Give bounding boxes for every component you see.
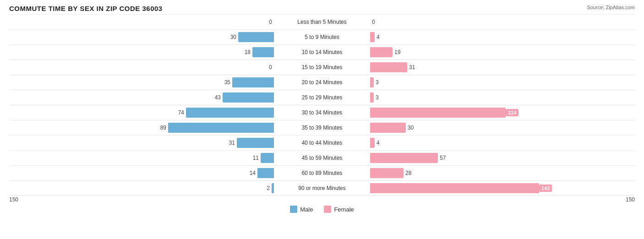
male-bar — [232, 77, 274, 87]
axis-label-right: 150 — [626, 196, 635, 203]
male-bar — [238, 32, 274, 42]
legend-female: Female — [324, 206, 354, 213]
table-row: 0 15 to 19 Minutes 31 — [9, 60, 635, 75]
left-side: 31 — [9, 136, 274, 150]
female-bar — [370, 47, 393, 57]
female-value: 3 — [376, 79, 388, 86]
male-value: 18 — [238, 49, 251, 55]
left-side: 11 — [9, 151, 274, 165]
right-side: 4 — [370, 30, 635, 44]
female-value: 28 — [405, 170, 418, 176]
male-value: 11 — [246, 155, 259, 161]
left-side: 0 — [9, 60, 274, 75]
male-swatch — [290, 206, 297, 213]
table-row: 14 60 to 89 Minutes 28 — [9, 165, 635, 180]
female-bar — [370, 168, 404, 178]
table-row: 74 30 to 34 Minutes 114 — [9, 105, 635, 120]
axis-label-left: 150 — [9, 196, 18, 203]
row-label: 40 to 44 Minutes — [274, 140, 370, 146]
female-bar — [370, 92, 374, 103]
male-value: 14 — [243, 170, 256, 176]
female-bar — [370, 183, 539, 193]
source-text: Source: ZipAtlas.com — [587, 5, 635, 10]
table-row: 11 45 to 59 Minutes 57 — [9, 150, 635, 165]
right-side: 57 — [370, 151, 635, 165]
right-side: 28 — [370, 166, 635, 180]
right-side: 0 — [370, 15, 635, 29]
female-bar — [370, 62, 407, 72]
female-value: 3 — [376, 94, 388, 101]
row-label: 25 to 29 Minutes — [274, 94, 370, 101]
left-side: 74 — [9, 105, 274, 120]
male-bar — [252, 47, 274, 57]
table-row: 43 25 to 29 Minutes 3 — [9, 90, 635, 105]
male-bar — [223, 92, 274, 103]
left-side: 0 — [9, 15, 274, 29]
female-value: 4 — [377, 34, 389, 40]
row-label: 60 to 89 Minutes — [274, 170, 370, 176]
female-value: 142 — [539, 185, 552, 192]
row-label: 30 to 34 Minutes — [274, 109, 370, 116]
right-side: 30 — [370, 120, 635, 135]
table-row: 89 35 to 39 Minutes 30 — [9, 120, 635, 135]
right-side: 142 — [370, 181, 635, 195]
left-side: 43 — [9, 90, 274, 105]
table-row: 18 10 to 14 Minutes 19 — [9, 44, 635, 60]
row-label: 10 to 14 Minutes — [274, 49, 370, 55]
female-value: 30 — [408, 125, 420, 131]
row-label: 90 or more Minutes — [274, 185, 370, 191]
male-label: Male — [300, 206, 313, 213]
right-side: 3 — [370, 75, 635, 90]
left-side: 18 — [9, 45, 274, 60]
row-label: Less than 5 Minutes — [274, 19, 370, 25]
female-bar — [370, 108, 506, 118]
male-value: 0 — [259, 64, 272, 71]
row-label: 45 to 59 Minutes — [274, 155, 370, 161]
row-label: 5 to 9 Minutes — [274, 34, 370, 40]
female-bar — [370, 138, 375, 148]
male-value: 74 — [171, 109, 184, 116]
male-value: 35 — [218, 79, 230, 86]
male-bar — [257, 168, 274, 178]
table-row: 31 40 to 44 Minutes 4 — [9, 135, 635, 150]
female-value: 19 — [394, 49, 407, 55]
axis-labels: 150 150 — [9, 196, 635, 203]
male-value: 43 — [208, 94, 221, 101]
row-label: 15 to 19 Minutes — [274, 64, 370, 71]
female-value: 0 — [372, 19, 385, 25]
chart-container: COMMUTE TIME BY SEX IN ZIP CODE 36003 So… — [0, 0, 644, 239]
table-row: 30 5 to 9 Minutes 4 — [9, 29, 635, 44]
chart-title: COMMUTE TIME BY SEX IN ZIP CODE 36003 — [9, 5, 635, 12]
male-value: 0 — [259, 19, 272, 25]
legend: Male Female — [9, 206, 635, 213]
female-bar — [370, 77, 374, 87]
left-side: 30 — [9, 30, 274, 44]
female-bar — [370, 153, 438, 163]
right-side: 31 — [370, 60, 635, 75]
right-side: 4 — [370, 136, 635, 150]
male-value: 2 — [257, 185, 270, 191]
right-side: 114 — [370, 105, 635, 120]
rows-area: 0 Less than 5 Minutes 0 30 5 to 9 Minute… — [9, 14, 635, 196]
left-side: 35 — [9, 75, 274, 90]
male-bar — [186, 108, 274, 118]
female-bar — [370, 32, 375, 42]
female-label: Female — [334, 206, 354, 213]
right-side: 3 — [370, 90, 635, 105]
left-side: 89 — [9, 120, 274, 135]
female-swatch — [324, 206, 331, 213]
male-bar — [261, 153, 274, 163]
male-value: 31 — [222, 140, 235, 146]
male-value: 30 — [224, 34, 236, 40]
female-value: 57 — [440, 155, 453, 161]
right-side: 19 — [370, 45, 635, 60]
male-value: 89 — [153, 125, 166, 131]
left-side: 2 — [9, 181, 274, 195]
female-value: 4 — [377, 140, 389, 146]
female-value: 31 — [409, 64, 422, 71]
male-bar — [168, 123, 274, 133]
table-row: 2 90 or more Minutes 142 — [9, 180, 635, 196]
table-row: 0 Less than 5 Minutes 0 — [9, 14, 635, 29]
female-value: 114 — [506, 109, 518, 116]
male-bar — [237, 138, 274, 148]
